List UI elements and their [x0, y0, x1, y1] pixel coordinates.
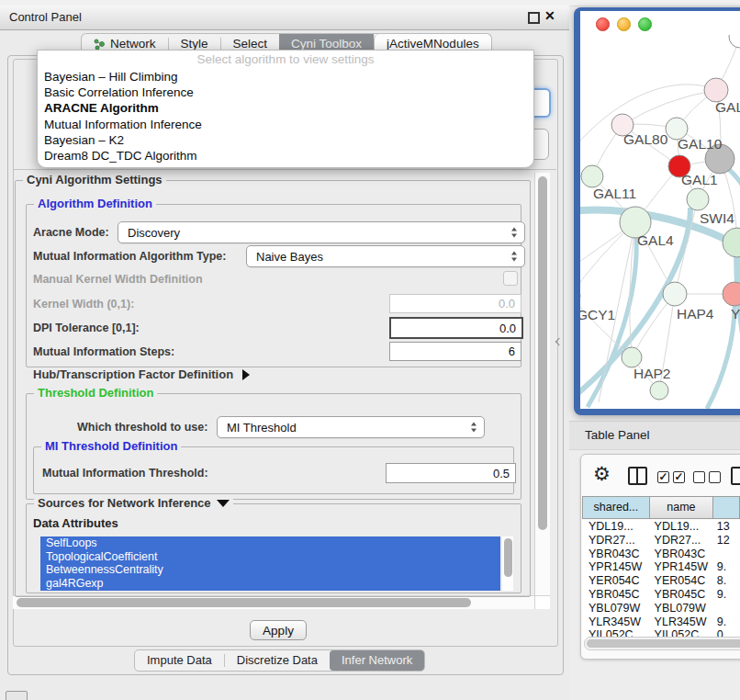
- mi-type-label: Mutual Information Algorithm Type:: [33, 250, 226, 263]
- checked-box-icon: [673, 471, 685, 483]
- checked-box-icon: [657, 471, 669, 483]
- network-node[interactable]: [729, 35, 740, 48]
- table-row[interactable]: YBR043CYBR043C: [582, 548, 740, 561]
- algorithm-menu-item[interactable]: ARACNE Algorithm: [38, 100, 533, 116]
- table-cell: [711, 602, 740, 615]
- aracne-mode-value: Discovery: [128, 226, 180, 240]
- network-node-label: HAP2: [633, 366, 671, 381]
- mi-threshold-input[interactable]: 0.5: [386, 463, 516, 483]
- network-node-label: HAP4: [677, 306, 714, 322]
- network-edge[interactable]: [737, 246, 740, 409]
- mi-type-value: Naive Bayes: [256, 250, 323, 264]
- close-icon[interactable]: ✕: [544, 8, 555, 23]
- cyni-algorithm-settings-title: Cyni Algorithm Settings: [23, 173, 166, 186]
- horizontal-scroll-thumb[interactable]: [17, 598, 471, 607]
- data-attribute-item[interactable]: SelfLoops: [40, 536, 500, 550]
- settings-vertical-scrollbar[interactable]: [534, 173, 550, 595]
- network-node[interactable]: [723, 282, 740, 306]
- network-node-label: GAL11: [593, 186, 636, 201]
- sources-title-text: Sources for Network Inference: [38, 496, 211, 510]
- table-cell: YDL19...: [648, 520, 711, 534]
- algorithm-menu-item[interactable]: Dream8 DC_TDC Algorithm: [38, 148, 533, 164]
- mi-steps-input[interactable]: 6: [389, 342, 521, 361]
- bottom-tabbar: Impute Data Discretize Data Infer Networ…: [134, 649, 425, 672]
- algorithm-menu-item[interactable]: Mutual Information Inference: [38, 117, 533, 132]
- split-columns-icon[interactable]: [628, 467, 647, 485]
- table-cell: 9.: [711, 615, 740, 629]
- float-window-icon[interactable]: [528, 12, 540, 24]
- algorithm-menu-item[interactable]: Basic Correlation Inference: [38, 85, 533, 100]
- popup-items: Bayesian – Hill ClimbingBasic Correlatio…: [38, 69, 533, 164]
- network-canvas[interactable]: GAL2GAL80GAL10GAL1GAL11SWI4GAL4GCY1HAP4Y…: [580, 35, 740, 409]
- network-node[interactable]: [650, 381, 668, 400]
- data-attribute-item[interactable]: BetweennessCentrality: [40, 563, 500, 577]
- table-scroll-thumb[interactable]: [587, 639, 740, 648]
- section-separator: [13, 169, 556, 170]
- network-node-label: GAL2: [715, 99, 740, 115]
- network-node[interactable]: [663, 282, 687, 306]
- data-attribute-item[interactable]: TopologicalCoefficient: [40, 550, 500, 564]
- table-row[interactable]: YBL079WYBL079W: [582, 602, 740, 615]
- tab-impute-data[interactable]: Impute Data: [135, 650, 224, 671]
- network-node-label: GAL1: [681, 172, 718, 187]
- data-attribute-item[interactable]: gal4RGexp: [40, 577, 500, 591]
- traffic-light-minimize[interactable]: [617, 17, 631, 31]
- table-row[interactable]: YBR045CYBR045C9.: [582, 588, 740, 602]
- column-header-name[interactable]: name: [650, 496, 713, 519]
- network-node[interactable]: [687, 188, 709, 210]
- table-cell: YBR043C: [648, 548, 711, 561]
- which-threshold-value: MI Threshold: [227, 421, 297, 435]
- expand-arrow-icon[interactable]: [242, 369, 250, 380]
- traffic-light-zoom[interactable]: [638, 17, 652, 31]
- which-threshold-combo[interactable]: MI Threshold: [217, 416, 485, 438]
- tab-discretize-data[interactable]: Discretize Data: [225, 650, 330, 671]
- dpi-tolerance-input[interactable]: 0.0: [389, 317, 523, 339]
- table-row[interactable]: YPR145WYPR145W9.: [582, 560, 740, 574]
- network-edge[interactable]: [675, 199, 698, 294]
- manual-kernel-checkbox[interactable]: [503, 271, 518, 286]
- network-node[interactable]: [581, 165, 603, 187]
- hub-definition-label[interactable]: Hub/Transcription Factor Definition: [33, 367, 250, 381]
- table-cell: 8.: [711, 574, 740, 588]
- deselect-all-checkboxes-icon[interactable]: [693, 471, 721, 483]
- unchecked-box-icon: [693, 471, 705, 483]
- algorithm-menu-item[interactable]: Bayesian – K2: [38, 132, 533, 148]
- kernel-width-label: Kernel Width (0,1):: [33, 298, 134, 310]
- kernel-width-input[interactable]: 0.0: [389, 294, 521, 313]
- table-cell: YPR145W: [648, 560, 711, 574]
- table-settings-gear-icon[interactable]: ⚙: [593, 463, 611, 485]
- collapse-arrow-icon[interactable]: [217, 500, 230, 507]
- table-row[interactable]: YLR345WYLR345W9.: [582, 615, 740, 629]
- settings-horizontal-scrollbar[interactable]: [13, 595, 534, 609]
- table-mode-icon[interactable]: [731, 467, 740, 485]
- select-all-checkboxes-icon[interactable]: [657, 471, 685, 483]
- table-cell: [711, 548, 740, 561]
- apply-button[interactable]: Apply: [250, 620, 307, 640]
- table-horizontal-scrollbar[interactable]: [584, 637, 740, 650]
- network-node[interactable]: [622, 347, 642, 367]
- dpi-tolerance-label: DPI Tolerance [0,1]:: [33, 322, 140, 334]
- algorithm-menu-item[interactable]: Bayesian – Hill Climbing: [38, 69, 533, 85]
- table-panel-header: Table Panel: [569, 421, 740, 450]
- tab-infer-network[interactable]: Infer Network: [330, 650, 424, 671]
- data-attributes-label: Data Attributes: [33, 516, 118, 530]
- data-attributes-list[interactable]: SelfLoopsTopologicalCoefficientBetweenne…: [40, 536, 500, 591]
- dock-button[interactable]: [6, 691, 28, 700]
- traffic-light-close[interactable]: [596, 17, 610, 31]
- table-cell: YBR045C: [648, 588, 711, 602]
- mi-type-combo[interactable]: Naive Bayes: [246, 245, 525, 267]
- vertical-scroll-thumb[interactable]: [538, 176, 547, 530]
- algorithm-popup-menu: Select algorithm to view settings Bayesi…: [37, 50, 534, 168]
- column-header-shared[interactable]: shared...: [582, 496, 650, 519]
- table-row[interactable]: YDL19...YDL19...13: [582, 520, 740, 534]
- column-header-extra[interactable]: [713, 496, 740, 519]
- table-cell: YDR27...: [582, 534, 648, 548]
- network-node[interactable]: [723, 228, 740, 257]
- attributes-scroll-thumb[interactable]: [504, 538, 512, 577]
- attributes-list-scrollbar[interactable]: [502, 536, 513, 591]
- table-row[interactable]: YER054CYER054C8.: [582, 574, 740, 588]
- network-edge[interactable]: [622, 90, 716, 125]
- sources-title[interactable]: Sources for Network Inference: [34, 496, 233, 510]
- aracne-mode-combo[interactable]: Discovery: [118, 221, 525, 243]
- table-row[interactable]: YDR27...YDR27...12: [582, 534, 740, 548]
